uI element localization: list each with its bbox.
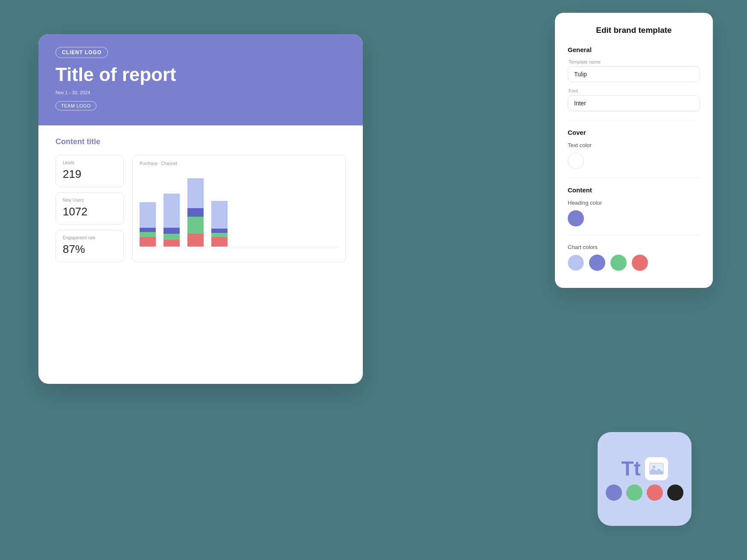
- heading-color-label: Heading color: [568, 200, 700, 206]
- widget-top: Tt: [621, 457, 668, 480]
- bar-segment-2-2: [187, 217, 204, 234]
- font-input[interactable]: [568, 95, 700, 111]
- bar-segment-0-2: [140, 232, 156, 237]
- bar-segment-1-3: [163, 240, 180, 247]
- metric-label-users: New Users: [63, 198, 117, 203]
- content-body: Leads 219 New Users 1072 Engagament rate…: [55, 155, 346, 262]
- bar-segment-0-0: [140, 202, 156, 228]
- bar-stack-1: [163, 194, 180, 247]
- content-title: Content title: [55, 137, 346, 146]
- widget-dot-4: [667, 485, 683, 501]
- cover-text-color-swatch[interactable]: [568, 153, 584, 169]
- panel-title: Edit brand template: [568, 26, 700, 35]
- bar-segment-3-3: [211, 237, 228, 247]
- metric-value-leads: 219: [63, 168, 117, 181]
- widget-image-icon: [645, 457, 668, 480]
- template-name-input[interactable]: [568, 66, 700, 82]
- chart-colors-row: [568, 255, 700, 271]
- cover-heading: Cover: [568, 129, 700, 136]
- svg-point-1: [652, 466, 655, 469]
- chart-color-3[interactable]: [610, 255, 627, 271]
- bar-segment-3-1: [211, 229, 228, 233]
- chart-color-2[interactable]: [589, 255, 605, 271]
- general-heading: General: [568, 46, 700, 53]
- bar-stack-2: [187, 178, 204, 247]
- bar-group-1: [163, 194, 180, 247]
- cover-color-row: [568, 153, 700, 169]
- bar-segment-0-3: [140, 237, 156, 247]
- bar-segment-1-2: [163, 234, 180, 240]
- widget-dot-3: [647, 485, 663, 501]
- widget-colors: [606, 485, 683, 501]
- report-preview-card: CLIENT LOGO Title of report Nov 1 - 30, …: [38, 34, 363, 384]
- brand-icon-widget: Tt: [598, 432, 692, 526]
- chart-colors-label: Chart colors: [568, 244, 700, 250]
- metric-label-leads: Leads: [63, 160, 117, 165]
- metric-value-users: 1072: [63, 205, 117, 218]
- widget-tt-text: Tt: [621, 458, 640, 479]
- heading-color-row: [568, 210, 700, 226]
- divider-3: [568, 235, 700, 235]
- bar-segment-3-2: [211, 233, 228, 237]
- chart-area: Purchase · Channel: [132, 155, 346, 262]
- font-label: Font: [568, 88, 700, 93]
- bar-segment-1-1: [163, 228, 180, 234]
- metric-card-leads: Leads 219: [55, 155, 124, 187]
- client-logo-badge: CLIENT LOGO: [55, 47, 108, 58]
- edit-brand-panel: Edit brand template General Template nam…: [555, 13, 713, 288]
- metric-card-users: New Users 1072: [55, 192, 124, 225]
- bar-chart: [140, 170, 338, 247]
- team-logo-badge: TEAM LOGO: [55, 101, 96, 110]
- bar-stack-0: [140, 202, 156, 247]
- bar-group-2: [187, 178, 204, 247]
- font-field: Font: [568, 88, 700, 111]
- bar-segment-3-0: [211, 201, 228, 229]
- metrics-column: Leads 219 New Users 1072 Engagament rate…: [55, 155, 124, 262]
- metric-value-engagement: 87%: [63, 243, 117, 256]
- bar-stack-3: [211, 201, 228, 247]
- bar-group-3: [211, 201, 228, 247]
- report-title: Title of report: [55, 64, 346, 86]
- metric-label-engagement: Engagament rate: [63, 235, 117, 240]
- divider-1: [568, 120, 700, 120]
- bar-group-0: [140, 202, 156, 247]
- heading-color-swatch[interactable]: [568, 210, 584, 226]
- bar-segment-2-0: [187, 178, 204, 208]
- bar-segment-2-3: [187, 234, 204, 247]
- template-name-label: Template name: [568, 59, 700, 64]
- report-content: Content title Leads 219 New Users 1072 E…: [38, 125, 363, 274]
- image-svg-icon: [649, 463, 664, 475]
- widget-dot-2: [626, 485, 642, 501]
- metric-card-engagement: Engagament rate 87%: [55, 230, 124, 262]
- bar-segment-2-1: [187, 208, 204, 217]
- widget-dot-1: [606, 485, 622, 501]
- chart-color-1[interactable]: [568, 255, 584, 271]
- chart-color-4[interactable]: [632, 255, 648, 271]
- divider-2: [568, 177, 700, 178]
- text-color-label: Text color: [568, 142, 700, 148]
- bar-segment-1-0: [163, 194, 180, 228]
- bar-segment-0-1: [140, 228, 156, 232]
- content-heading: Content: [568, 186, 700, 194]
- report-date: Nov 1 - 30, 2024: [55, 90, 346, 95]
- report-cover: CLIENT LOGO Title of report Nov 1 - 30, …: [38, 34, 363, 125]
- template-name-field: Template name: [568, 59, 700, 82]
- chart-title: Purchase · Channel: [140, 161, 338, 166]
